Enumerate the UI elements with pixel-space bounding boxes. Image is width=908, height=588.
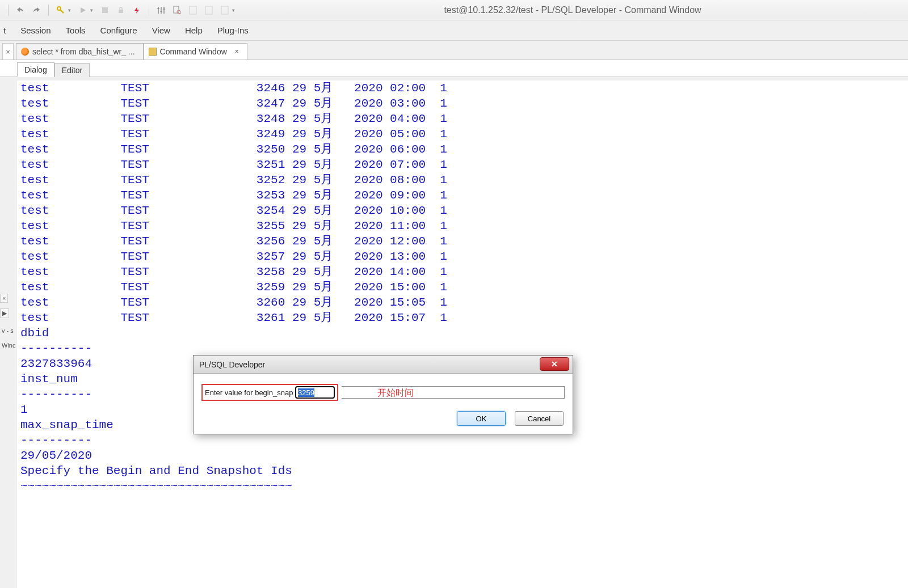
- dropdown-icon[interactable]: ▾: [68, 7, 71, 13]
- command-window-icon: [149, 48, 157, 56]
- svg-rect-8: [190, 6, 196, 14]
- left-gutter: × ▶ v - s Winc: [0, 41, 17, 588]
- tab-label: select * from dba_hist_wr_ ...: [32, 47, 135, 56]
- menu-view[interactable]: View: [152, 26, 170, 35]
- inner-tabstrip: Dialog Editor: [0, 60, 908, 77]
- cancel-button[interactable]: Cancel: [515, 411, 564, 426]
- dropdown-icon[interactable]: ▾: [232, 7, 235, 13]
- gutter-winc: Winc: [0, 341, 17, 349]
- toolbar-separator: [48, 5, 49, 16]
- tab-command-window[interactable]: Command Window ×: [144, 43, 247, 60]
- sliders-icon[interactable]: [155, 4, 167, 16]
- menu-session[interactable]: Session: [20, 26, 51, 35]
- title-bar: ▾ ▾ ▾ test@10.1.252.32/test - PL/SQL Dev…: [0, 0, 908, 20]
- brake-icon[interactable]: [99, 4, 111, 16]
- input-extend[interactable]: [342, 386, 565, 399]
- svg-rect-10: [221, 6, 228, 14]
- play-icon[interactable]: [77, 4, 89, 16]
- tab-label: Command Window: [160, 47, 227, 56]
- dialog-body: Enter value for begin_snap 开始时间: [194, 374, 573, 405]
- gutter-vs: v - s: [0, 327, 15, 335]
- ok-button[interactable]: OK: [457, 411, 506, 426]
- close-icon[interactable]: ✕: [540, 357, 569, 371]
- menu-configure[interactable]: Configure: [100, 26, 137, 35]
- dropdown-icon[interactable]: ▾: [90, 7, 93, 13]
- bolt-icon[interactable]: [131, 4, 143, 16]
- svg-rect-5: [163, 9, 165, 10]
- input-dialog: PL/SQL Developer ✕ Enter value for begin…: [193, 355, 573, 434]
- key-icon[interactable]: [54, 4, 67, 16]
- doc-a-icon[interactable]: [187, 4, 199, 16]
- command-output[interactable]: test TEST 3246 29 5月 2020 02:00 1 test T…: [17, 81, 908, 588]
- annotated-field: Enter value for begin_snap: [201, 384, 338, 401]
- menu-tools[interactable]: Tools: [66, 26, 86, 35]
- prompt-label: Enter value for begin_snap: [205, 388, 293, 397]
- annotation-text: 开始时间: [377, 387, 414, 399]
- doc-b-icon[interactable]: [203, 4, 215, 16]
- menu-plugins[interactable]: Plug-Ins: [217, 26, 249, 35]
- menu-bar: t Session Tools Configure View Help Plug…: [0, 20, 908, 41]
- svg-rect-3: [158, 8, 159, 9]
- svg-rect-6: [174, 6, 179, 13]
- toolbar-separator: [8, 5, 9, 16]
- document-tabstrip: × select * from dba_hist_wr_ ... Command…: [0, 41, 908, 60]
- gutter-nav[interactable]: ▶: [0, 308, 9, 318]
- toolbar-separator: [149, 5, 149, 16]
- tab-sql-query[interactable]: select * from dba_hist_wr_ ...: [16, 43, 144, 60]
- inner-tab-editor[interactable]: Editor: [54, 63, 90, 77]
- doc-c-icon[interactable]: [218, 4, 231, 16]
- lock-icon[interactable]: [115, 4, 127, 16]
- toolbar: ▾ ▾ ▾: [6, 4, 237, 16]
- window-title: test@10.1.252.32/test - PL/SQL Developer…: [237, 5, 908, 15]
- inner-tab-dialog[interactable]: Dialog: [17, 62, 54, 77]
- redo-icon[interactable]: [30, 4, 43, 16]
- dialog-buttons: OK Cancel: [194, 405, 573, 434]
- svg-rect-2: [119, 10, 123, 13]
- close-icon[interactable]: ×: [235, 48, 239, 56]
- gutter-close[interactable]: ×: [0, 294, 8, 303]
- svg-rect-4: [161, 11, 162, 12]
- menu-help[interactable]: Help: [185, 26, 203, 35]
- doc-search-icon[interactable]: [171, 4, 183, 16]
- dialog-title-text: PL/SQL Developer: [199, 360, 265, 369]
- dialog-titlebar[interactable]: PL/SQL Developer ✕: [194, 356, 573, 374]
- svg-rect-9: [205, 6, 212, 14]
- close-panel-button[interactable]: ×: [2, 43, 14, 60]
- sql-icon: [21, 48, 29, 56]
- begin-snap-input[interactable]: [295, 386, 335, 399]
- menu-t[interactable]: t: [3, 26, 6, 35]
- undo-icon[interactable]: [14, 4, 27, 16]
- svg-rect-1: [102, 7, 108, 13]
